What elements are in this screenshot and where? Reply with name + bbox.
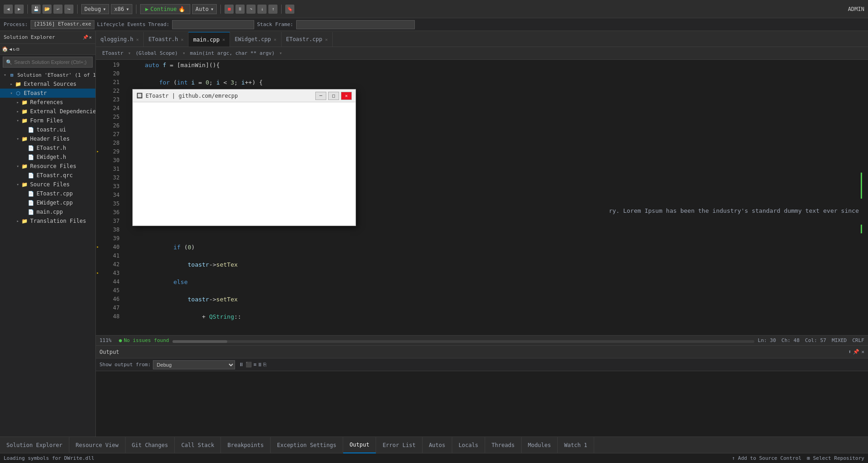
source-control-label[interactable]: ↑ Add to Source Control [732, 455, 801, 461]
dialog-minimize-button[interactable]: ─ [315, 92, 326, 100]
output-tool-1[interactable]: ⏸ [239, 362, 244, 368]
bottom-tab-watch1[interactable]: Watch 1 [558, 437, 594, 453]
debug-pause-icon[interactable]: ⏸ [235, 5, 245, 14]
admin-label: ADMIN [848, 6, 864, 12]
tree-item-external-sources[interactable]: ▸ 📁 External Sources [0, 79, 95, 89]
output-tool-5[interactable]: ⎘ [263, 362, 267, 368]
redo-icon[interactable]: ↪ [64, 5, 73, 14]
output-pin-icon[interactable]: 📌 [853, 349, 859, 355]
debug-dropdown[interactable]: Debug ▾ [81, 4, 109, 14]
folder-icon-refs: 📁 [21, 99, 28, 106]
tree-arrow-etoastr: ▾ [8, 90, 15, 96]
bottom-tab-solution-explorer[interactable]: Solution Explorer [0, 437, 69, 453]
output-source-select[interactable]: Debug Build [153, 360, 235, 369]
output-close-icon[interactable]: ✕ [861, 349, 864, 355]
tab-ewidget-cpp[interactable]: EWidget.cpp ✕ [230, 32, 282, 47]
se-home-icon[interactable]: 🏠 [2, 46, 8, 52]
dialog-maximize-button[interactable]: □ [328, 92, 339, 100]
bottom-tab-modules[interactable]: Modules [522, 437, 558, 453]
bottom-tab-autos[interactable]: Autos [423, 437, 452, 453]
bp-25 [96, 113, 99, 121]
tree-item-toastr-ui[interactable]: ▸ 📄 toastr.ui [0, 125, 95, 134]
tab-close-qlogging-h[interactable]: ✕ [136, 37, 139, 42]
bottom-tab-error-list[interactable]: Error List [376, 437, 422, 453]
tab-close-ewidget-cpp[interactable]: ✕ [274, 37, 277, 42]
se-pin-icon[interactable]: 📌 [83, 35, 88, 40]
repository-label[interactable]: ⊞ Select Repository [807, 455, 864, 461]
bottom-tab-exception-settings[interactable]: Exception Settings [271, 437, 343, 453]
tree-item-header-files[interactable]: ▾ 📁 Header Files [0, 134, 95, 143]
tab-close-etoastr-h[interactable]: ✕ [181, 37, 183, 42]
tree-item-etoastr[interactable]: ▾ ⬡ EToastr [0, 89, 95, 98]
solution-icon: ⊞ [8, 71, 16, 79]
toolbar-sep-2 [77, 5, 78, 14]
output-tool-2[interactable]: ⬛ [246, 362, 252, 368]
tree-item-references[interactable]: ▸ 📁 References [0, 98, 95, 107]
tree-item-form-files[interactable]: ▾ 📁 Form Files [0, 116, 95, 125]
back-icon[interactable]: ◀ [4, 5, 13, 14]
tree-item-solution[interactable]: ▾ ⊞ Solution 'EToastr' (1 of 1 project) [0, 70, 95, 79]
auto-dropdown[interactable]: Auto ▾ [192, 4, 217, 14]
output-tool-4[interactable]: ≣ [258, 362, 261, 368]
output-float-icon[interactable]: ⬆ [848, 349, 852, 355]
se-close-icon[interactable]: ✕ [89, 35, 92, 40]
bp-27 [96, 130, 99, 139]
se-search-box[interactable]: 🔍 [3, 57, 93, 68]
tree-label-source-files: Source Files [30, 181, 70, 188]
bottom-tab-threads[interactable]: Threads [485, 437, 522, 453]
undo-icon[interactable]: ↩ [53, 5, 63, 14]
tree-label-toastr-ui: toastr.ui [37, 126, 66, 133]
tree-label-translation-files: Translation Files [30, 218, 86, 224]
vb-right: ↑ Add to Source Control ⊞ Select Reposit… [732, 455, 864, 461]
bottom-tab-resource-view[interactable]: Resource View [69, 437, 125, 453]
se-search-input[interactable] [14, 59, 89, 65]
tree-item-source-files[interactable]: ▾ 📁 Source Files [0, 180, 95, 189]
step-in-icon[interactable]: ↓ [257, 5, 267, 14]
bottom-tab-call-stack[interactable]: Call Stack [175, 437, 221, 453]
process-dropdown[interactable]: [21516] EToastr.exe [31, 20, 94, 29]
tab-qlogging-h[interactable]: qlogging.h ✕ [96, 32, 144, 47]
tree-item-ext-deps[interactable]: ▸ 📁 External Dependencies [0, 107, 95, 116]
tree-item-resource-files[interactable]: ▾ 📁 Resource Files [0, 162, 95, 171]
tree-item-etoastr-qrc[interactable]: ▸ 📄 EToastr.qrc [0, 171, 95, 180]
thread-dropdown[interactable] [172, 20, 254, 29]
tree-item-etoastr-cpp[interactable]: ▸ 📄 EToastr.cpp [0, 189, 95, 198]
tab-etoastr-cpp[interactable]: EToastr.cpp ✕ [282, 32, 333, 47]
bottom-tab-locals[interactable]: Locals [452, 437, 485, 453]
debug-stop-icon[interactable]: ■ [225, 5, 234, 14]
file-icon-cpp2: 📄 [27, 199, 35, 206]
save-icon[interactable]: 💾 [31, 5, 41, 14]
step-over-icon[interactable]: ↷ [246, 5, 256, 14]
se-sync-icon[interactable]: ↻ [13, 47, 16, 52]
dialog-close-button[interactable]: ✕ [341, 92, 352, 100]
output-tool-3[interactable]: ≡ [254, 362, 257, 368]
output-content [96, 371, 868, 437]
se-collapse-icon[interactable]: ⊟ [16, 47, 19, 52]
open-icon[interactable]: 📂 [42, 5, 52, 14]
bottom-tab-git-changes[interactable]: Git Changes [125, 437, 175, 453]
tab-main-cpp[interactable]: main.cpp ✕ [188, 32, 230, 47]
scroll-thumb[interactable] [173, 340, 227, 343]
tree-label-etoastr-h: EToastr.h [37, 145, 66, 151]
tree-item-translation-files[interactable]: ▸ 📁 Translation Files [0, 216, 95, 226]
bottom-tab-breakpoints[interactable]: Breakpoints [221, 437, 270, 453]
tree-item-etoastr-h[interactable]: ▸ 📄 EToastr.h [0, 143, 95, 153]
tree-item-ewidget-h[interactable]: ▸ 📄 EWidget.h [0, 153, 95, 162]
continue-button[interactable]: ▶ Continue 🔥 [140, 4, 190, 14]
tree-container: ▾ ⊞ Solution 'EToastr' (1 of 1 project) … [0, 69, 95, 437]
tree-item-main-cpp[interactable]: ▸ 📄 main.cpp [0, 207, 95, 216]
horizontal-scrollbar[interactable] [173, 338, 754, 343]
tree-item-ewidget-cpp[interactable]: ▸ 📄 EWidget.cpp [0, 198, 95, 207]
tab-etoastr-h[interactable]: EToastr.h ✕ [144, 32, 188, 47]
stackframe-dropdown[interactable] [296, 20, 415, 29]
folder-icon-ext: 📁 [15, 80, 22, 88]
forward-icon[interactable]: ▶ [15, 5, 24, 14]
bookmark-icon[interactable]: 🔖 [285, 5, 294, 14]
bp-47 [96, 304, 99, 312]
step-out-icon[interactable]: ↑ [268, 5, 277, 14]
bottom-tab-output[interactable]: Output [343, 437, 376, 453]
arch-dropdown[interactable]: x86 ▾ [111, 4, 132, 14]
tab-close-etoastr-cpp[interactable]: ✕ [325, 37, 328, 42]
se-back-icon[interactable]: ◀ [9, 47, 12, 52]
tab-close-main-cpp[interactable]: ✕ [222, 37, 225, 42]
